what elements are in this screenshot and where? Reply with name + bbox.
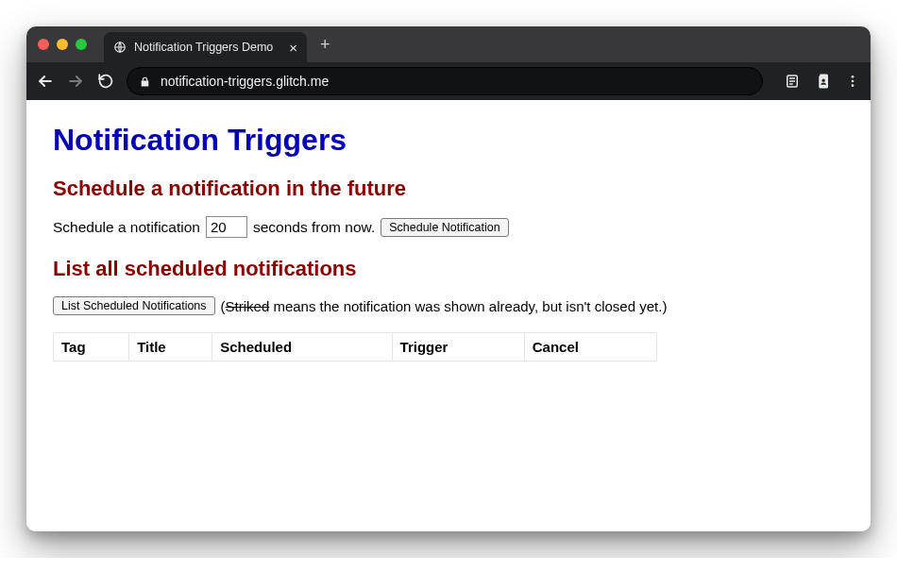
- list-hint: (Striked means the notification was show…: [221, 298, 668, 314]
- list-button[interactable]: List Scheduled Notifications: [53, 296, 215, 315]
- kebab-menu-icon[interactable]: [844, 73, 861, 90]
- schedule-button[interactable]: Schedule Notification: [381, 218, 508, 237]
- svg-point-5: [852, 84, 855, 87]
- window-titlebar: Notification Triggers Demo × +: [26, 26, 871, 62]
- schedule-text-prefix: Schedule a notification: [53, 219, 200, 236]
- lock-icon: [139, 76, 151, 88]
- col-title: Title: [129, 333, 212, 361]
- browser-window: Notification Triggers Demo × + notificat…: [26, 26, 871, 531]
- maximize-window-icon[interactable]: [76, 39, 87, 50]
- address-bar[interactable]: notification-triggers.glitch.me: [127, 67, 763, 95]
- browser-tab[interactable]: Notification Triggers Demo ×: [104, 32, 307, 62]
- list-line: List Scheduled Notifications (Striked me…: [53, 296, 844, 315]
- globe-icon: [113, 41, 127, 54]
- page-title: Notification Triggers: [53, 123, 844, 158]
- page-content: Notification Triggers Schedule a notific…: [26, 100, 871, 531]
- reload-icon[interactable]: [96, 72, 115, 91]
- forward-icon[interactable]: [66, 72, 85, 91]
- close-window-icon[interactable]: [38, 39, 49, 50]
- reader-mode-icon[interactable]: [784, 73, 801, 90]
- svg-point-3: [852, 76, 855, 78]
- tab-title: Notification Triggers Demo: [134, 41, 273, 54]
- col-cancel: Cancel: [524, 333, 656, 361]
- profile-icon[interactable]: [814, 73, 831, 90]
- browser-toolbar: notification-triggers.glitch.me: [26, 62, 871, 100]
- minimize-window-icon[interactable]: [57, 39, 68, 50]
- traffic-lights: [38, 39, 87, 50]
- schedule-heading: Schedule a notification in the future: [53, 176, 844, 201]
- schedule-text-suffix: seconds from now.: [253, 219, 375, 236]
- svg-point-4: [852, 80, 855, 83]
- new-tab-icon[interactable]: +: [320, 35, 330, 55]
- svg-point-2: [821, 79, 824, 82]
- hint-rest: means the notification was shown already…: [269, 298, 667, 314]
- table-header-row: Tag Title Scheduled Trigger Cancel: [54, 333, 657, 361]
- url-text: notification-triggers.glitch.me: [161, 74, 329, 89]
- close-tab-icon[interactable]: ×: [289, 41, 297, 55]
- col-scheduled: Scheduled: [212, 333, 392, 361]
- col-trigger: Trigger: [392, 333, 524, 361]
- list-heading: List all scheduled notifications: [53, 257, 844, 281]
- toolbar-right: [784, 73, 861, 90]
- notifications-table: Tag Title Scheduled Trigger Cancel: [53, 332, 657, 361]
- col-tag: Tag: [54, 333, 129, 361]
- back-icon[interactable]: [36, 72, 55, 91]
- hint-striked: Striked: [226, 298, 270, 314]
- schedule-line: Schedule a notification seconds from now…: [53, 216, 844, 238]
- seconds-input[interactable]: [206, 216, 247, 238]
